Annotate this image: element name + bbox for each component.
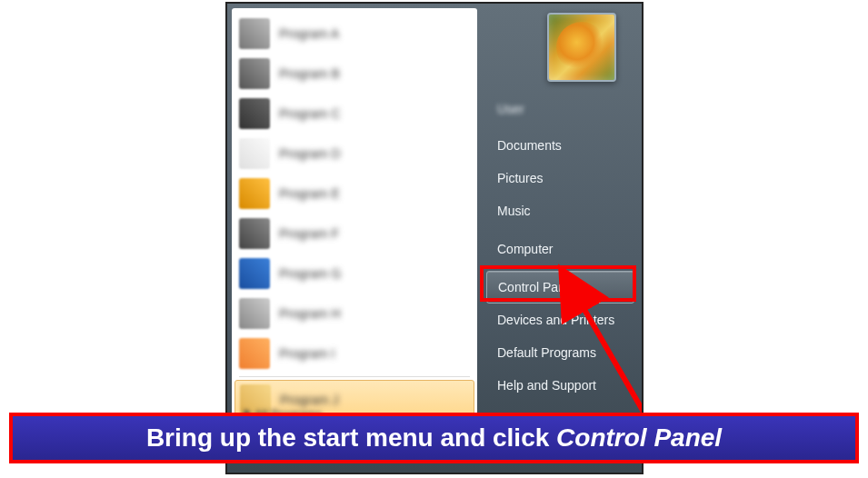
program-icon xyxy=(239,178,270,209)
program-item[interactable]: Program D xyxy=(232,134,477,174)
program-label: Program C xyxy=(279,106,341,121)
program-item[interactable]: Program B xyxy=(232,54,477,94)
right-item-label: Music xyxy=(497,204,531,218)
programs-panel: Program AProgram BProgram CProgram DProg… xyxy=(232,8,477,426)
right-item-music[interactable]: Music xyxy=(486,194,634,227)
right-item-label: Pictures xyxy=(497,171,544,185)
start-menu-window: Program AProgram BProgram CProgram DProg… xyxy=(225,2,644,474)
right-item-documents[interactable]: Documents xyxy=(486,129,634,162)
program-icon xyxy=(239,218,270,249)
program-label: Program G xyxy=(279,266,341,281)
program-item[interactable]: Program C xyxy=(232,94,477,134)
separator xyxy=(239,376,470,377)
program-icon xyxy=(239,298,270,329)
instruction-caption: Bring up the start menu and click Contro… xyxy=(9,413,859,463)
user-name-label: User xyxy=(497,102,524,116)
user-avatar[interactable] xyxy=(547,13,616,82)
program-item[interactable]: Program G xyxy=(232,254,477,294)
right-item-label: Default Programs xyxy=(497,345,596,360)
right-item-label: Documents xyxy=(497,138,562,153)
program-icon xyxy=(239,98,270,129)
right-item-default-programs[interactable]: Default Programs xyxy=(486,336,634,369)
right-item-devices-and-printers[interactable]: Devices and Printers xyxy=(486,304,634,336)
right-item-help-and-support[interactable]: Help and Support xyxy=(486,369,634,402)
caption-text: Bring up the start menu and click xyxy=(146,423,556,452)
program-label: Program F xyxy=(279,226,339,241)
caption-emphasis: Control Panel xyxy=(556,423,722,452)
right-item-computer[interactable]: Computer xyxy=(486,233,634,265)
right-item-label: Help and Support xyxy=(497,378,596,393)
right-item-label: Devices and Printers xyxy=(497,313,614,327)
program-icon xyxy=(239,258,270,289)
right-panel-list: User DocumentsPicturesMusicComputerContr… xyxy=(486,93,634,402)
program-icon xyxy=(239,18,270,49)
program-icon xyxy=(239,338,270,369)
program-label: Program B xyxy=(279,66,340,81)
program-label: Program A xyxy=(279,26,339,41)
program-label: Program E xyxy=(279,186,340,201)
right-item-label: Control Panel xyxy=(498,280,575,294)
program-item[interactable]: Program F xyxy=(232,214,477,254)
program-icon xyxy=(239,58,270,89)
program-label: Program D xyxy=(279,146,341,161)
program-icon xyxy=(239,138,270,169)
program-item[interactable]: Program E xyxy=(232,174,477,214)
programs-list: Program AProgram BProgram CProgram DProg… xyxy=(232,8,477,420)
program-item[interactable]: Program I xyxy=(232,334,477,373)
program-label: Program H xyxy=(279,306,341,321)
program-label: Program I xyxy=(279,346,334,361)
right-item-label: Computer xyxy=(497,242,553,256)
right-item-control-panel[interactable]: Control Panel xyxy=(486,271,634,304)
program-item[interactable]: Program A xyxy=(232,14,477,54)
right-item-pictures[interactable]: Pictures xyxy=(486,162,634,194)
right-item-user[interactable]: User xyxy=(486,93,634,125)
program-item[interactable]: Program H xyxy=(232,294,477,334)
